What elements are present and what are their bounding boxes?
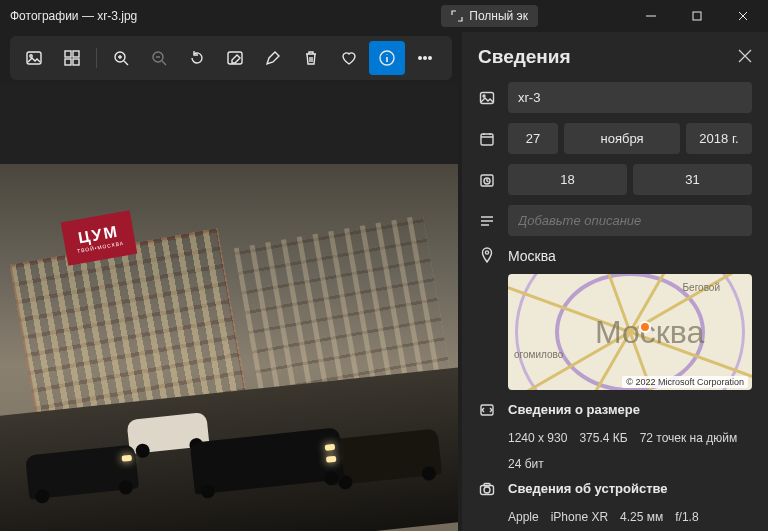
map-copyright: © 2022 Microsoft Corporation [622, 376, 748, 388]
map-city-label: Москва [595, 314, 704, 351]
date-day-field[interactable]: 27 [508, 123, 558, 154]
close-button[interactable] [720, 0, 766, 32]
svg-point-12 [424, 57, 427, 60]
more-icon[interactable] [407, 41, 443, 75]
location-icon [478, 247, 496, 263]
device-section-title: Сведения об устройстве [508, 481, 752, 496]
window-title: Фотографии — xr-3.jpg [10, 9, 137, 23]
view-gallery-icon[interactable] [54, 41, 90, 75]
info-icon[interactable] [369, 41, 405, 75]
minimize-button[interactable] [628, 0, 674, 32]
svg-rect-16 [481, 134, 493, 145]
filename-field[interactable] [508, 82, 752, 113]
image-canvas[interactable]: ЦУМ ТВОЙ•МОСКВА [0, 84, 458, 531]
time-hour-field[interactable]: 18 [508, 164, 627, 195]
zoom-out-icon[interactable] [141, 41, 177, 75]
svg-point-15 [483, 95, 485, 97]
view-single-icon[interactable] [16, 41, 52, 75]
image-viewer-pane: ЦУМ ТВОЙ•МОСКВА [0, 32, 462, 531]
zoom-in-icon[interactable] [103, 41, 139, 75]
size-icon [478, 402, 496, 418]
favorite-icon[interactable] [331, 41, 367, 75]
toolbar [10, 36, 452, 80]
filename-icon [478, 90, 496, 106]
size-dpi: 72 точек на дюйм [640, 431, 738, 445]
location-label: Москва [508, 246, 556, 264]
date-month-field[interactable]: ноября [564, 123, 680, 154]
svg-point-2 [30, 55, 32, 57]
markup-icon[interactable] [255, 41, 291, 75]
fullscreen-button[interactable]: Полный эк [441, 5, 538, 27]
device-model: iPhone XR [551, 510, 608, 524]
svg-rect-0 [693, 12, 701, 20]
device-make: Apple [508, 510, 539, 524]
description-field[interactable] [508, 205, 752, 236]
svg-point-22 [484, 487, 490, 493]
close-details-icon[interactable] [738, 49, 752, 66]
svg-point-19 [485, 251, 488, 254]
description-icon [478, 213, 496, 229]
delete-icon[interactable] [293, 41, 329, 75]
svg-rect-4 [73, 51, 79, 57]
maximize-button[interactable] [674, 0, 720, 32]
location-map[interactable]: Беговой огомилово Москва © 2022 Microsof… [508, 274, 752, 390]
svg-rect-1 [27, 52, 41, 64]
size-bits: 24 бит [508, 457, 544, 471]
window-controls [628, 0, 766, 32]
titlebar: Фотографии — xr-3.jpg Полный эк [0, 0, 768, 32]
svg-point-13 [429, 57, 432, 60]
svg-rect-23 [484, 484, 490, 487]
edit-icon[interactable] [217, 41, 253, 75]
device-aperture: f/1.8 [675, 510, 698, 524]
details-panel: Сведения 27 ноября 2018 г. 18 31 [462, 32, 768, 531]
size-dims: 1240 x 930 [508, 431, 567, 445]
rotate-icon[interactable] [179, 41, 215, 75]
svg-rect-14 [481, 92, 494, 103]
time-icon [478, 172, 496, 188]
device-focal: 4.25 мм [620, 510, 663, 524]
svg-rect-3 [65, 51, 71, 57]
date-icon [478, 131, 496, 147]
device-icon [478, 481, 496, 497]
time-minute-field[interactable]: 31 [633, 164, 752, 195]
svg-rect-6 [73, 59, 79, 65]
svg-rect-5 [65, 59, 71, 65]
details-title: Сведения [478, 46, 571, 68]
size-filesize: 375.4 КБ [579, 431, 627, 445]
size-section-title: Сведения о размере [508, 402, 752, 417]
photo-content: ЦУМ ТВОЙ•МОСКВА [0, 164, 458, 531]
svg-point-11 [419, 57, 422, 60]
date-year-field[interactable]: 2018 г. [686, 123, 752, 154]
map-pin-icon [639, 321, 651, 333]
